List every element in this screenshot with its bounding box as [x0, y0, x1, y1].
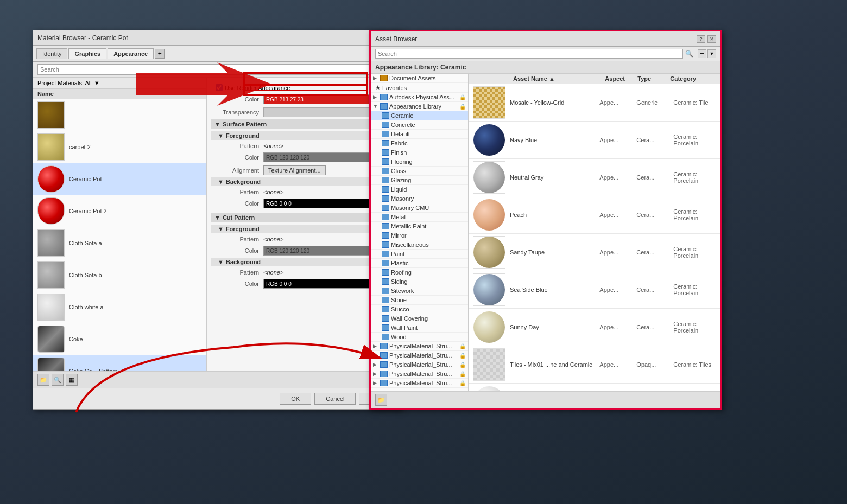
masonry-cmu-icon [382, 205, 389, 211]
tree-glazing[interactable]: Glazing [371, 176, 468, 185]
ab-bottom-toolbar: 📁 [371, 391, 720, 408]
tree-masonry[interactable]: Masonry [371, 194, 468, 203]
asset-thumb-sunny [473, 311, 505, 343]
col-category: Category [668, 75, 716, 82]
dropdown-arrow[interactable]: ▼ [94, 80, 100, 86]
mat-thumb-carpet [37, 133, 65, 161]
tree-metal[interactable]: Metal [371, 213, 468, 222]
grid-view-btn[interactable]: ▦ [66, 374, 78, 386]
mb-bottom-toolbar: 📁 🔍 ▦ « [33, 371, 401, 388]
tree-autodesk-physical[interactable]: ▶ Autodesk Physical Ass... 🔒 [371, 93, 468, 102]
material-item-coke[interactable]: Coke [33, 323, 206, 355]
tree-sitework[interactable]: Sitework [371, 286, 468, 296]
tree-liquid[interactable]: Liquid [371, 185, 468, 194]
ab-folder-btn[interactable]: 📁 [375, 394, 387, 406]
tree-stone[interactable]: Stone [371, 296, 468, 305]
asset-row-peach[interactable]: Peach Appe... Cera... Ceramic: Porcelain [469, 196, 720, 234]
asset-row-sunny[interactable]: Sunny Day Appe... Cera... Ceramic: Porce… [469, 309, 720, 346]
ab-search-icon[interactable]: 🔍 [685, 50, 693, 58]
tree-siding[interactable]: Siding [371, 277, 468, 286]
tree-glass[interactable]: Glass [371, 167, 468, 176]
cb-pattern-label: Pattern [216, 269, 259, 276]
tree-concrete[interactable]: Concrete [371, 120, 468, 130]
tree-paint[interactable]: Paint [371, 250, 468, 259]
material-item-ceramic-pot[interactable]: Ceramic Pot [33, 163, 206, 195]
mat-name-cloth-sofa-a: Cloth Sofa a [69, 240, 102, 246]
ok-button[interactable]: OK [280, 393, 311, 405]
concrete-icon [382, 122, 389, 128]
asset-row-sandy[interactable]: Sandy Taupe Appe... Cera... Ceramic: Por… [469, 234, 720, 271]
ab-list-view-btn[interactable]: ☰ [698, 49, 706, 58]
tree-ceramic[interactable]: Ceramic [371, 111, 468, 120]
asset-thumb-peach [473, 199, 505, 231]
ab-close-button[interactable]: ✕ [707, 35, 716, 43]
asset-row-neutral-gray[interactable]: Neutral Gray Appe... Cera... Ceramic: Po… [469, 159, 720, 196]
tree-fabric[interactable]: Fabric [371, 139, 468, 148]
ab-search-box[interactable] [375, 49, 683, 59]
tab-graphics[interactable]: Graphics [68, 48, 106, 59]
tree-physical-1[interactable]: ▶ PhysicalMaterial_Stru... 🔒 [371, 342, 468, 351]
tree-physical-3[interactable]: ▶ PhysicalMaterial_Stru... 🔒 [371, 360, 468, 369]
material-item-1[interactable] [33, 99, 206, 131]
cancel-button[interactable]: Cancel [314, 393, 356, 405]
sf-pattern-label: Pattern [216, 143, 259, 149]
asset-row-tiles[interactable]: Tiles - Mix01 ...ne and Ceramic Appe... … [469, 346, 720, 384]
tree-physical-2[interactable]: ▶ PhysicalMaterial_Stru... 🔒 [371, 351, 468, 360]
col-header-name: Name [33, 89, 206, 99]
tree-flooring[interactable]: Flooring [371, 157, 468, 167]
tree-physical-4[interactable]: ▶ PhysicalMaterial_Stru... 🔒 [371, 369, 468, 379]
tree-stucco[interactable]: Stucco [371, 305, 468, 314]
tree-wall-paint[interactable]: Wall Paint [371, 323, 468, 333]
ab-search-input[interactable] [378, 50, 680, 57]
asset-aspect-seaside: Appe... [599, 286, 632, 293]
asset-row-seaside[interactable]: Sea Side Blue Appe... Cera... Ceramic: P… [469, 271, 720, 309]
tree-misc[interactable]: Miscellaneous [371, 240, 468, 250]
search-small-btn[interactable]: 🔍 [52, 374, 64, 386]
physical-5-icon [380, 380, 388, 386]
tree-favorites[interactable]: ★ Favorites [371, 83, 468, 93]
tree-plastic[interactable]: Plastic [371, 259, 468, 268]
tab-identity[interactable]: Identity [36, 48, 67, 59]
tree-metallic-paint[interactable]: Metallic Paint [371, 222, 468, 231]
navy-visual [473, 124, 505, 156]
physical-4-icon [380, 371, 388, 377]
search-input[interactable] [40, 66, 386, 73]
asset-row-mosaic[interactable]: Mosaic - Yellow-Grid Appe... Generic Cer… [469, 84, 720, 122]
ab-help-button[interactable]: ? [697, 35, 705, 43]
material-item-carpet[interactable]: carpet 2 [33, 131, 206, 163]
glazing-icon [382, 177, 389, 183]
tree-physical-5[interactable]: ▶ PhysicalMaterial_Stru... 🔒 [371, 379, 468, 388]
material-item-cloth-white-a[interactable]: Cloth white a [33, 291, 206, 323]
ceramic-icon [382, 112, 389, 119]
tree-appearance-library[interactable]: ▼ Appearance Library 🔒 [371, 102, 468, 111]
material-item-coke-cab[interactable]: Coke Ca... Bottom [33, 355, 206, 371]
material-item-ceramic-pot2[interactable]: Ceramic Pot 2 [33, 195, 206, 227]
ab-settings-btn[interactable]: ▼ [707, 49, 716, 58]
material-item-cloth-sofa-a[interactable]: Cloth Sofa a [33, 227, 206, 259]
asset-thumb-navy [473, 124, 505, 156]
tab-appearance[interactable]: Appearance [108, 48, 154, 59]
tree-mirror[interactable]: Mirror [371, 231, 468, 240]
texture-alignment-button[interactable]: Texture Alignment... [263, 165, 326, 175]
material-browser-window: Material Browser - Ceramic Pot ? ✕ Ident… [33, 30, 402, 410]
folder-icon-btn[interactable]: 📁 [37, 374, 49, 386]
col-asset-name[interactable]: Asset Name ▲ [511, 75, 603, 82]
material-item-cloth-sofa-b[interactable]: Cloth Sofa b [33, 259, 206, 291]
asset-row-navy[interactable]: Navy Blue Appe... Cera... Ceramic: Porce… [469, 122, 720, 159]
tree-masonry-cmu[interactable]: Masonry CMU [371, 203, 468, 213]
use-render-checkbox[interactable] [216, 84, 223, 91]
asset-browser-window: Asset Browser ? ✕ 🔍 ☰ ▼ Appearance Libra… [369, 30, 722, 410]
tree-wood[interactable]: Wood [371, 333, 468, 342]
tree-document-assets[interactable]: ▶ Document Assets [371, 74, 468, 83]
tree-finish[interactable]: Finish [371, 148, 468, 157]
asset-name-peach: Peach [510, 212, 595, 218]
tree-roofing[interactable]: Roofing [371, 268, 468, 277]
seaside-visual [473, 274, 505, 305]
asset-row-white[interactable]: White Appe... Cera... Ceramic: Porcelain [469, 384, 720, 391]
tree-wall-covering[interactable]: Wall Covering [371, 314, 468, 323]
sitework-icon [382, 288, 389, 294]
tab-add-button[interactable]: + [155, 49, 165, 59]
search-box[interactable]: 🔍 [37, 64, 397, 75]
tree-default[interactable]: Default [371, 130, 468, 139]
sunny-visual [473, 311, 505, 343]
